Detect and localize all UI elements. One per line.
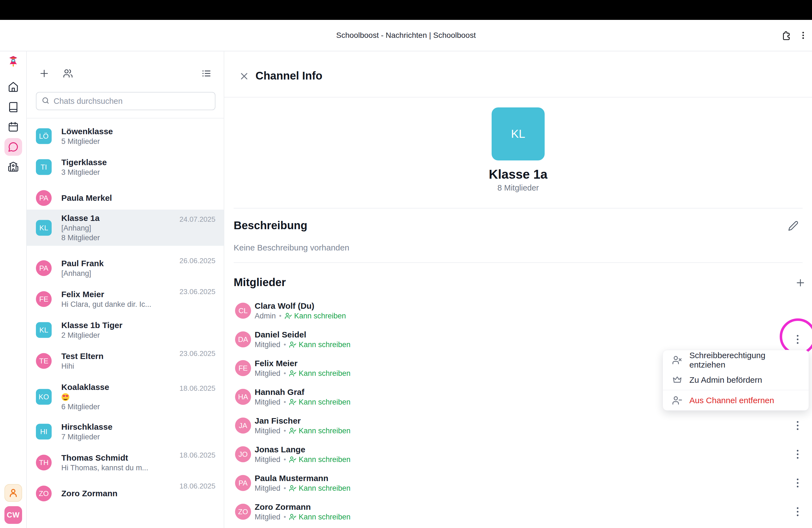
member-menu-button[interactable]: [792, 420, 804, 431]
chat-row-zoro-zormann[interactable]: ZO Zoro Zormann 18.06.2025: [27, 478, 224, 528]
chat-row-tigerklasse[interactable]: TI Tigerklasse 3 Mitglieder: [27, 151, 224, 182]
chat-subtitle: [Anhang]: [61, 223, 174, 233]
chat-list-view-button[interactable]: [200, 67, 213, 80]
member-menu-button[interactable]: [792, 505, 804, 518]
member-role: Admin: [255, 311, 276, 321]
member-name: Hannah Graf: [255, 387, 350, 397]
member-role: Mitglied: [255, 369, 280, 378]
dot-separator: •: [284, 340, 286, 349]
member-context-menu: Schreibberechtigung entziehen Zu Admin b…: [663, 350, 809, 411]
member-row-daniel-seidel[interactable]: DA Daniel Seidel Mitglied • Kann schreib…: [224, 325, 812, 354]
user-avatar[interactable]: CW: [4, 506, 22, 524]
avatar: PA: [36, 190, 52, 206]
user-x-icon: [672, 355, 682, 365]
chat-panel: LÖ Löwenklasse 5 Mitglieder TI Tigerklas…: [27, 52, 224, 528]
chat-subtitle: Hi Thomas, kannst du m...: [61, 463, 174, 473]
chat-name: Hirschklasse: [61, 422, 174, 432]
description-empty-text: Keine Beschreibung vorhanden: [234, 243, 349, 252]
avatar: TH: [36, 455, 52, 471]
avatar: JO: [235, 446, 251, 462]
chat-row-thomas-schmidt[interactable]: TH Thomas Schmidt Hi Thomas, kannst du m…: [27, 447, 224, 478]
search-icon: [41, 97, 50, 106]
nav-home-icon[interactable]: [4, 78, 22, 96]
user-check-icon: [285, 312, 292, 320]
member-row-paula-mustermann[interactable]: PA Paula Mustermann Mitglied • Kann schr…: [224, 469, 812, 497]
crown-icon: [672, 375, 682, 385]
user-check-icon: [289, 513, 296, 520]
chat-name: Test Eltern: [61, 351, 174, 362]
dot-separator: •: [284, 426, 286, 436]
chat-name: Koalaklasse: [61, 382, 174, 392]
chat-name: Tigerklasse: [61, 157, 174, 167]
edit-description-icon[interactable]: [787, 219, 800, 233]
avatar: HA: [235, 389, 251, 405]
search-input[interactable]: [54, 97, 210, 106]
chat-name: Paul Frank: [61, 258, 174, 269]
chat-row-klasse-1a[interactable]: KL Klasse 1a [Anhang] 8 Mitglieder 24.07…: [27, 210, 224, 246]
chat-name: Paula Merkel: [61, 193, 174, 203]
member-menu-button[interactable]: [792, 477, 804, 489]
member-menu-button[interactable]: [792, 333, 804, 346]
member-permission: Kann schreiben: [299, 397, 350, 407]
member-row-jonas-lange[interactable]: JO Jonas Lange Mitglied • Kann schreiben: [224, 440, 812, 469]
chat-row-loewenklasse[interactable]: LÖ Löwenklasse 5 Mitglieder: [27, 121, 224, 151]
avatar: FE: [36, 291, 52, 307]
chat-row-koalaklasse[interactable]: KO Koalaklasse 6 Mitglieder 18.06.2025: [27, 379, 224, 415]
extensions-icon[interactable]: [780, 29, 792, 41]
add-member-icon[interactable]: [794, 276, 807, 289]
user-check-icon: [289, 427, 296, 435]
divider: [234, 262, 802, 263]
window-top-bar: [0, 0, 812, 20]
menu-item-promote-to-admin[interactable]: Zu Admin befördern: [663, 370, 809, 390]
chat-row-test-eltern[interactable]: TE Test Eltern Hihi 23.06.2025: [27, 346, 224, 377]
members-heading: Mitglieder: [234, 276, 286, 289]
heart-eyes-emoji: [61, 392, 174, 402]
chat-subtitle2: 8 Mitglieder: [61, 233, 174, 243]
avatar: HI: [36, 424, 52, 440]
browser-tab-title: Schoolboost - Nachrichten | Schoolboost: [336, 31, 476, 40]
menu-item-label: Zu Admin befördern: [690, 375, 762, 385]
member-role: Mitglied: [255, 426, 280, 436]
avatar: JA: [235, 417, 251, 434]
member-row-clara-wolf[interactable]: CL Clara Wolf (Du) Admin • Kann schreibe…: [224, 296, 812, 325]
member-name: Clara Wolf (Du): [255, 301, 346, 311]
chat-subtitle: 3 Mitglieder: [61, 167, 174, 177]
chat-row-paula-merkel[interactable]: PA Paula Merkel: [27, 182, 224, 214]
new-group-button[interactable]: [61, 67, 75, 80]
chat-row-klasse-1b[interactable]: KL Klasse 1b Tiger 2 Mitglieder: [27, 314, 224, 346]
profile-button[interactable]: [4, 484, 22, 502]
member-permission: Kann schreiben: [299, 512, 350, 522]
dot-separator: •: [284, 512, 286, 522]
avatar: ZO: [235, 504, 251, 520]
member-row-zoro-zormann[interactable]: ZO Zoro Zormann Mitglied • Kann schreibe…: [224, 497, 812, 526]
chat-row-felix-meier[interactable]: FE Felix Meier Hi Clara, gut danke dir. …: [27, 283, 224, 314]
member-row-jan-fischer[interactable]: JA Jan Fischer Mitglied • Kann schreiben: [224, 411, 812, 440]
menu-item-label: Aus Channel entfernen: [690, 396, 774, 405]
chat-row-hirschklasse[interactable]: HI Hirschklasse 7 Mitglieder: [27, 416, 224, 447]
chat-row-paul-frank[interactable]: PA Paul Frank [Anhang] 26.06.2025: [27, 253, 224, 283]
menu-item-label: Schreibberechtigung entziehen: [690, 351, 799, 369]
dot-separator: •: [284, 455, 286, 464]
chat-subtitle: 2 Mitglieder: [61, 331, 174, 340]
nav-school-icon[interactable]: [4, 158, 22, 176]
chat-name: Klasse 1b Tiger: [61, 320, 174, 331]
chat-name: Thomas Schmidt: [61, 453, 174, 463]
nav-rail: CW: [0, 52, 27, 528]
nav-chat-icon[interactable]: [4, 138, 22, 156]
chat-search[interactable]: [36, 92, 215, 110]
chat-name: Klasse 1a: [61, 213, 174, 223]
nav-calendar-icon[interactable]: [4, 118, 22, 136]
avatar: ZO: [36, 486, 52, 501]
member-permission: Kann schreiben: [294, 311, 346, 321]
menu-item-revoke-write-permission[interactable]: Schreibberechtigung entziehen: [663, 350, 809, 370]
close-icon[interactable]: [237, 70, 251, 83]
menu-item-remove-from-channel[interactable]: Aus Channel entfernen: [663, 390, 809, 410]
browser-menu-icon[interactable]: [797, 29, 809, 41]
member-menu-button[interactable]: [792, 448, 804, 460]
chat-subtitle: 7 Mitglieder: [61, 432, 174, 442]
new-chat-button[interactable]: [38, 67, 51, 80]
browser-tab-strip: Schoolboost - Nachrichten | Schoolboost: [0, 20, 812, 52]
schoolboost-logo[interactable]: [4, 53, 22, 70]
nav-book-icon[interactable]: [4, 98, 22, 116]
user-check-icon: [289, 485, 296, 492]
